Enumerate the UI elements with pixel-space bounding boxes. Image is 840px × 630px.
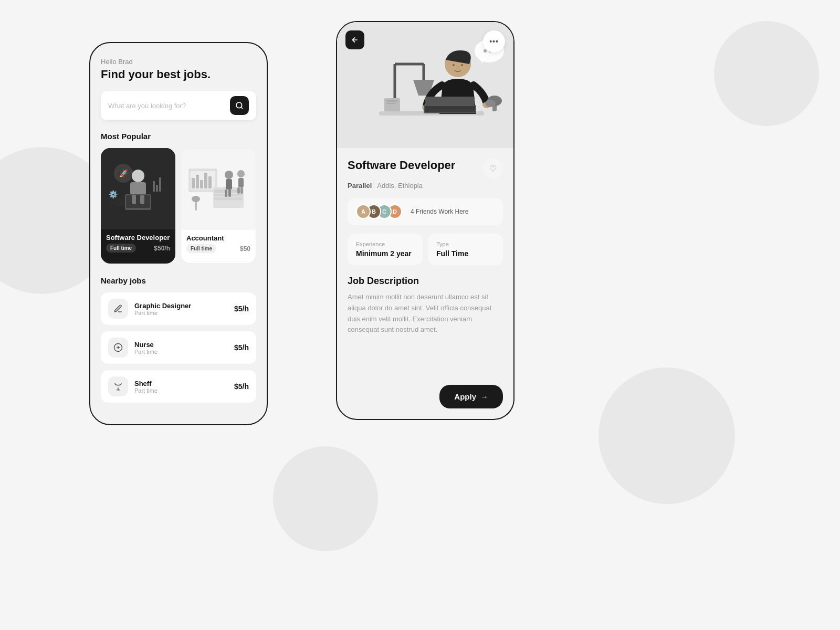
bg-circle-4 <box>273 446 378 551</box>
apply-button[interactable]: Apply → <box>439 385 503 408</box>
svg-rect-11 <box>140 195 144 204</box>
popular-jobs-row: 🚀 ⚙️ <box>101 148 256 264</box>
nearby-jobs-label: Nearby jobs <box>101 276 256 285</box>
bg-circle-3 <box>714 21 819 126</box>
svg-rect-27 <box>226 179 232 190</box>
svg-rect-33 <box>240 187 243 194</box>
apply-arrow-icon: → <box>480 392 488 401</box>
software-dev-card-meta: Full time $50/h <box>106 244 170 253</box>
left-phone: Hello Brad Find your best jobs. What are… <box>89 42 268 425</box>
svg-rect-28 <box>225 190 227 197</box>
sheff-rate: $5/h <box>234 382 249 391</box>
experience-value: Minimum 2 year <box>356 249 414 258</box>
svg-rect-14 <box>159 177 161 192</box>
avatar-stack: A B C D <box>356 204 398 219</box>
svg-rect-21 <box>208 176 212 188</box>
favorite-button[interactable]: ♡ <box>483 159 503 178</box>
search-bar: What are you looking for? <box>101 91 256 120</box>
job-card-software-developer[interactable]: 🚀 ⚙️ <box>101 148 175 264</box>
svg-point-53 <box>461 64 463 66</box>
apply-label: Apply <box>454 392 476 401</box>
software-dev-svg: 🚀 ⚙️ <box>101 152 175 226</box>
svg-rect-58 <box>425 97 475 105</box>
job-description-section: Job Description Amet minim mollit non de… <box>348 276 503 335</box>
nurse-info: Nurse Part time <box>134 341 228 355</box>
bg-circle-2 <box>598 368 735 504</box>
company-location-row: Parallel Addis, Ethiopia <box>348 182 503 190</box>
company-name: Parallel <box>348 182 372 190</box>
svg-point-30 <box>237 170 245 177</box>
svg-rect-29 <box>228 190 231 197</box>
graphic-designer-rate: $5/h <box>234 304 249 313</box>
svg-point-0 <box>236 102 242 108</box>
desc-title: Job Description <box>348 276 503 287</box>
type-value: Full Time <box>436 249 495 258</box>
svg-point-35 <box>192 196 200 202</box>
svg-rect-50 <box>386 103 396 104</box>
svg-rect-18 <box>196 175 199 188</box>
sheff-icon <box>108 376 128 396</box>
accountant-illustration <box>181 149 256 230</box>
svg-line-1 <box>241 107 243 109</box>
svg-rect-9 <box>126 195 150 208</box>
job-header: Software Developer ♡ <box>348 159 503 178</box>
nurse-rate: $5/h <box>234 343 249 352</box>
sheff-title: Sheff <box>134 380 228 387</box>
svg-rect-10 <box>132 195 136 204</box>
graphic-designer-title: Graphic Designer <box>134 302 228 310</box>
nurse-type: Part time <box>134 349 228 355</box>
svg-point-52 <box>453 64 455 66</box>
svg-rect-48 <box>384 98 400 111</box>
sheff-type: Part time <box>134 387 228 394</box>
accountant-svg <box>184 153 253 226</box>
more-button[interactable]: ••• <box>483 30 505 52</box>
svg-rect-57 <box>425 106 475 112</box>
search-placeholder[interactable]: What are you looking for? <box>108 102 226 110</box>
greeting-text: Hello Brad <box>101 58 256 66</box>
graphic-designer-info: Graphic Designer Part time <box>134 302 228 316</box>
nearby-item-sheff[interactable]: Sheff Part time $5/h <box>101 370 256 403</box>
svg-point-66 <box>485 100 496 107</box>
software-dev-rate: $50/h <box>154 245 170 252</box>
type-card: Type Full Time <box>428 234 503 265</box>
nurse-title: Nurse <box>134 341 228 349</box>
search-button[interactable] <box>230 96 249 115</box>
accountant-card-info: Accountant Full time $50 <box>181 230 256 257</box>
svg-point-26 <box>225 171 233 179</box>
svg-rect-20 <box>204 173 207 188</box>
right-phone-content: Software Developer ♡ Parallel Addis, Eth… <box>337 148 513 388</box>
nearby-item-graphic-designer[interactable]: Graphic Designer Part time $5/h <box>101 292 256 325</box>
sheff-info: Sheff Part time <box>134 380 228 394</box>
software-dev-illustration: 🚀 ⚙️ <box>101 148 175 229</box>
svg-text:🚀: 🚀 <box>119 169 129 178</box>
software-dev-badge: Full time <box>106 244 136 253</box>
friends-row: A B C D 4 Friends Work Here <box>348 198 503 225</box>
back-button[interactable] <box>345 30 364 49</box>
more-dots: ••• <box>489 37 499 46</box>
svg-rect-7 <box>130 182 146 195</box>
info-cards-row: Experience Minimum 2 year Type Full Time <box>348 234 503 265</box>
accountant-card-title: Accountant <box>186 234 250 242</box>
nearby-item-nurse[interactable]: Nurse Part time $5/h <box>101 331 256 364</box>
location-text: Addis, Ethiopia <box>377 182 423 190</box>
svg-rect-32 <box>237 187 240 194</box>
graphic-designer-type: Part time <box>134 310 228 316</box>
desc-text: Amet minim mollit non deserunt ullamco e… <box>348 292 503 335</box>
right-phone: ••• <box>336 21 514 420</box>
svg-point-6 <box>132 170 144 182</box>
svg-point-61 <box>484 49 487 52</box>
accountant-card-meta: Full time $50 <box>186 244 250 253</box>
svg-rect-13 <box>156 185 158 192</box>
accountant-rate: $50 <box>240 245 250 253</box>
svg-rect-31 <box>238 178 244 187</box>
friends-count: 4 Friends Work Here <box>411 208 468 215</box>
svg-rect-25 <box>214 197 243 200</box>
job-hero-image: ••• <box>337 22 513 148</box>
job-title-right: Software Developer <box>348 159 455 172</box>
type-label: Type <box>436 241 495 247</box>
accountant-badge: Full time <box>186 244 216 253</box>
svg-text:⚙️: ⚙️ <box>109 190 118 199</box>
job-card-accountant[interactable]: Accountant Full time $50 <box>181 148 256 264</box>
svg-rect-19 <box>200 180 203 188</box>
heart-icon: ♡ <box>489 164 497 174</box>
